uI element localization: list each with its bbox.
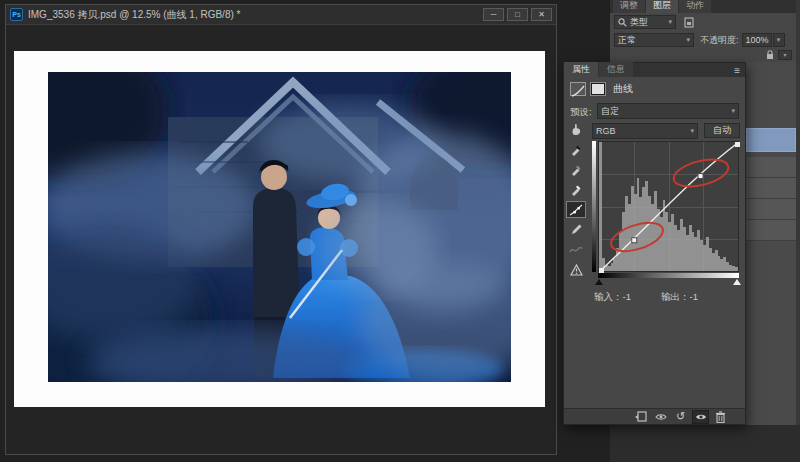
- search-icon: [618, 18, 627, 27]
- input-value: -1: [623, 291, 631, 302]
- adjustment-title: 曲线: [613, 82, 633, 96]
- visibility-button[interactable]: [692, 410, 709, 424]
- document-title: IMG_3536 拷贝.psd @ 12.5% (曲线 1, RGB/8) *: [28, 8, 480, 22]
- layer-row[interactable]: [746, 220, 796, 241]
- curve-point[interactable]: [698, 174, 703, 179]
- output-label: 输出：: [661, 291, 690, 302]
- delete-button[interactable]: [712, 410, 729, 424]
- layer-row[interactable]: [746, 178, 796, 199]
- tab-layers[interactable]: 图层: [646, 0, 678, 13]
- clip-to-layer-button[interactable]: [632, 410, 649, 424]
- tab-adjustments[interactable]: 调整: [613, 0, 645, 13]
- chevron-down-icon: ▾: [731, 105, 735, 117]
- properties-bottom-toolbar: ↺: [564, 408, 745, 424]
- minimize-button[interactable]: ─: [483, 8, 504, 21]
- shadow-input-slider[interactable]: [595, 279, 603, 285]
- auto-button[interactable]: 自动: [704, 123, 740, 138]
- dock-bottom-area: [610, 425, 800, 462]
- white-point-eyedropper[interactable]: [566, 181, 586, 198]
- fill-dropdown-button[interactable]: ▾: [778, 50, 792, 60]
- histogram-warning-icon[interactable]: [566, 261, 586, 278]
- photoshop-logo-icon: Ps: [10, 8, 23, 21]
- close-button[interactable]: ✕: [531, 8, 552, 21]
- photo-canvas[interactable]: [48, 72, 511, 382]
- layers-panel-tabstrip: 调整 图层 动作: [610, 0, 800, 13]
- selected-adjustment-layer-row[interactable]: [746, 128, 796, 152]
- edit-points-tool[interactable]: [566, 201, 586, 218]
- chevron-down-icon: ▾: [777, 34, 781, 46]
- chevron-down-icon: ▾: [690, 125, 694, 137]
- layer-row[interactable]: [746, 157, 796, 178]
- maximize-button[interactable]: □: [507, 8, 528, 21]
- panel-menu-icon[interactable]: ≡: [729, 64, 745, 77]
- opacity-label: 不透明度:: [700, 34, 739, 47]
- channel-select[interactable]: RGB ▾: [592, 123, 698, 139]
- lock-all-icon[interactable]: [766, 50, 774, 60]
- document-window: Ps IMG_3536 拷贝.psd @ 12.5% (曲线 1, RGB/8)…: [5, 4, 557, 455]
- properties-tabstrip: 属性 信息 ≡: [564, 63, 745, 77]
- chevron-down-icon: ▾: [686, 34, 690, 46]
- curve-svg: [599, 142, 740, 273]
- properties-panel: 属性 信息 ≡ 曲线 预设: 自定 ▾ RGB ▾ 自动: [563, 62, 746, 425]
- smooth-curve-tool: [566, 241, 586, 258]
- pixel-filter-icon[interactable]: [684, 17, 694, 28]
- tab-info[interactable]: 信息: [599, 62, 633, 77]
- gray-point-eyedropper[interactable]: [566, 161, 586, 178]
- blend-mode-select[interactable]: 正常 ▾: [614, 33, 694, 47]
- blend-mode-row: 正常 ▾ 不透明度: 100% ▾: [610, 31, 800, 49]
- input-label: 输入：: [594, 291, 623, 302]
- curves-adjustment-icon: [570, 82, 586, 96]
- tab-actions[interactable]: 动作: [679, 0, 711, 13]
- document-titlebar[interactable]: Ps IMG_3536 拷贝.psd @ 12.5% (曲线 1, RGB/8)…: [6, 5, 556, 25]
- preset-select[interactable]: 自定 ▾: [597, 103, 739, 119]
- chevron-down-icon: ▾: [668, 16, 672, 28]
- targeted-adjustment-tool[interactable]: [569, 122, 583, 140]
- curve-point[interactable]: [632, 238, 637, 243]
- layer-row[interactable]: [746, 199, 796, 220]
- dock-edge: [796, 0, 800, 462]
- view-previous-state-button[interactable]: [652, 410, 669, 424]
- lock-row-fragment: ▾: [610, 49, 800, 62]
- highlight-input-slider[interactable]: [733, 279, 741, 285]
- input-gradient-bar: [598, 273, 739, 278]
- layer-filter-row: 类型 ▾: [610, 13, 800, 31]
- curves-grid[interactable]: [598, 141, 739, 272]
- photo-illustration: [48, 72, 511, 382]
- pencil-tool[interactable]: [566, 221, 586, 238]
- opacity-dropdown-button[interactable]: ▾: [773, 33, 785, 47]
- output-value: -1: [690, 291, 698, 302]
- canvas-paper: [14, 51, 545, 407]
- layer-filter-type-select[interactable]: 类型 ▾: [614, 15, 676, 29]
- curve-line[interactable]: [599, 142, 739, 272]
- reset-button[interactable]: ↺: [672, 410, 689, 424]
- black-point-eyedropper[interactable]: [566, 141, 586, 158]
- preset-label: 预设:: [570, 106, 592, 119]
- tab-properties[interactable]: 属性: [564, 62, 598, 77]
- opacity-value-field[interactable]: 100%: [742, 33, 772, 47]
- output-gradient-bar: [592, 141, 596, 272]
- curve-endpoint[interactable]: [735, 142, 740, 147]
- red-annotation-ellipse: [608, 217, 667, 257]
- layer-mask-thumbnail[interactable]: [591, 83, 605, 95]
